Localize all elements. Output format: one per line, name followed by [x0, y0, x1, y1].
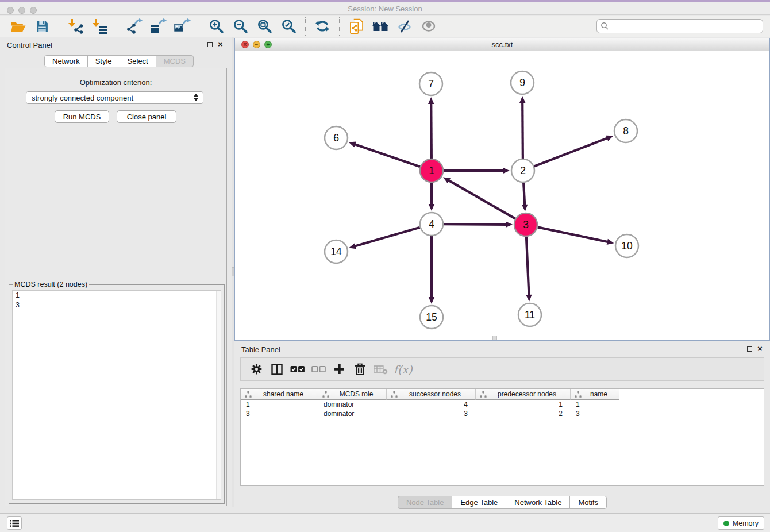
- tab-motifs[interactable]: Motifs: [569, 496, 607, 509]
- edge-1-to-7[interactable]: [428, 97, 434, 159]
- edge-4-to-14[interactable]: [349, 228, 420, 249]
- mcds-result-list[interactable]: 13: [12, 290, 221, 500]
- edge-3-to-11[interactable]: [526, 237, 532, 302]
- optimization-criterion-select[interactable]: strongly connected component: [26, 91, 203, 104]
- edge-1-to-4[interactable]: [429, 183, 434, 211]
- graph-node-9[interactable]: 9: [511, 71, 534, 94]
- zoom-in-icon: [209, 18, 224, 34]
- graph-node-15[interactable]: 15: [420, 306, 443, 329]
- network-overview-button[interactable]: [371, 17, 390, 36]
- network-graph[interactable]: 7968124314101511: [235, 51, 769, 340]
- zoom-fit-content-button[interactable]: [255, 17, 274, 36]
- cell-successor-nodes: 3: [387, 409, 476, 418]
- cell-name: 1: [571, 400, 619, 409]
- graph-node-8[interactable]: 8: [614, 119, 637, 142]
- column-header-name[interactable]: name: [571, 389, 619, 400]
- graph-node-10[interactable]: 10: [615, 234, 638, 257]
- tab-mcds[interactable]: MCDS: [156, 55, 194, 67]
- column-header-successor-nodes[interactable]: successor nodes: [387, 389, 476, 400]
- export-network-button[interactable]: [124, 17, 144, 36]
- network-window-titlebar[interactable]: × − + scc.txt: [235, 38, 769, 51]
- table-panel-title: Table Panel: [241, 345, 280, 354]
- close-panel-icon[interactable]: ×: [218, 39, 223, 49]
- graph-node-1[interactable]: 1: [420, 159, 443, 182]
- zoom-out-button[interactable]: [230, 17, 250, 36]
- close-panel-button[interactable]: Close panel: [117, 110, 176, 123]
- tab-edge-table[interactable]: Edge Table: [452, 496, 506, 509]
- edge-3-to-10[interactable]: [538, 227, 614, 245]
- edge-4-to-15[interactable]: [429, 236, 434, 304]
- export-image-button[interactable]: [172, 17, 192, 36]
- zoom-selected-button[interactable]: [279, 17, 298, 36]
- table-settings-button[interactable]: [249, 361, 264, 378]
- save-session-button[interactable]: [32, 17, 52, 36]
- column-header-shared-name[interactable]: shared name: [241, 389, 318, 400]
- tab-node-table[interactable]: Node Table: [398, 496, 453, 509]
- table-panel: Table Panel ×: [234, 342, 770, 511]
- edge-1-to-2[interactable]: [444, 168, 510, 174]
- attribute-tree-icon: [245, 391, 252, 398]
- tab-network-table[interactable]: Network Table: [506, 496, 570, 509]
- checked-boxes-icon: [290, 365, 305, 373]
- close-table-panel-icon[interactable]: ×: [757, 344, 763, 354]
- show-panels-button[interactable]: [419, 17, 438, 36]
- tab-network[interactable]: Network: [44, 55, 88, 67]
- scrollbar-track[interactable]: [216, 291, 221, 499]
- cell-shared-name: 3: [241, 409, 318, 418]
- hide-panels-button[interactable]: [395, 17, 414, 36]
- graph-node-6[interactable]: 6: [325, 126, 348, 149]
- edge-2-to-9[interactable]: [519, 96, 525, 159]
- graph-node-11[interactable]: 11: [518, 303, 541, 326]
- search-input[interactable]: [609, 21, 763, 32]
- memory-button[interactable]: Memory: [718, 516, 764, 530]
- open-folder-icon: [10, 20, 26, 33]
- delete-column-button[interactable]: [352, 361, 367, 378]
- graph-node-3[interactable]: 3: [514, 213, 537, 236]
- table-header-row: shared nameMCDS rolesuccessor nodesprede…: [241, 389, 619, 400]
- control-panel-header: Control Panel ×: [0, 37, 232, 52]
- network-canvas[interactable]: 7968124314101511: [235, 51, 769, 340]
- run-mcds-button[interactable]: Run MCDS: [55, 110, 109, 123]
- graph-node-4[interactable]: 4: [420, 213, 443, 236]
- column-header-label: MCDS role: [332, 390, 374, 398]
- export-table-button[interactable]: [148, 17, 168, 36]
- add-column-button[interactable]: [332, 361, 346, 378]
- graph-node-14[interactable]: 14: [325, 240, 348, 263]
- trash-icon: [355, 363, 365, 376]
- tab-select[interactable]: Select: [120, 55, 156, 67]
- table-panel-header: Table Panel ×: [234, 342, 770, 357]
- tab-style[interactable]: Style: [87, 55, 120, 67]
- edge-2-to-8[interactable]: [534, 136, 614, 167]
- open-session-button[interactable]: [8, 17, 28, 36]
- import-network-button[interactable]: [66, 17, 86, 36]
- column-header-mcds-role[interactable]: MCDS role: [318, 389, 387, 400]
- zoom-selected-icon: [281, 18, 297, 34]
- select-all-rows-button[interactable]: [290, 361, 305, 378]
- plus-icon: [334, 364, 345, 375]
- copy-network-button[interactable]: [346, 17, 366, 36]
- column-header-predecessor-nodes[interactable]: predecessor nodes: [476, 389, 571, 400]
- graph-node-2[interactable]: 2: [511, 159, 534, 182]
- column-visibility-button[interactable]: [270, 361, 284, 378]
- search-field[interactable]: [596, 19, 763, 33]
- window-titlebar: Session: New Session: [0, 2, 770, 15]
- float-table-panel-icon[interactable]: [747, 346, 752, 352]
- task-history-button[interactable]: [7, 516, 22, 530]
- deselect-all-rows-button[interactable]: [311, 361, 326, 378]
- table-row[interactable]: 1dominator411: [241, 400, 764, 409]
- edge-2-to-3[interactable]: [522, 183, 528, 211]
- graph-node-7[interactable]: 7: [419, 72, 442, 95]
- mcds-result-line: 3: [13, 300, 221, 310]
- edge-4-to-3[interactable]: [444, 222, 513, 228]
- import-table-button[interactable]: [90, 17, 110, 36]
- zoom-in-button[interactable]: [206, 17, 226, 36]
- edge-3-to-1[interactable]: [443, 177, 515, 218]
- refresh-view-button[interactable]: [313, 17, 332, 36]
- canvas-resize-grip[interactable]: [492, 336, 497, 340]
- zoom-out-icon: [233, 18, 248, 34]
- cell-name: 3: [571, 409, 619, 418]
- float-panel-icon[interactable]: [207, 42, 213, 47]
- table-row[interactable]: 3dominator323: [241, 409, 764, 418]
- search-icon: [600, 22, 609, 30]
- edge-1-to-6[interactable]: [349, 141, 420, 167]
